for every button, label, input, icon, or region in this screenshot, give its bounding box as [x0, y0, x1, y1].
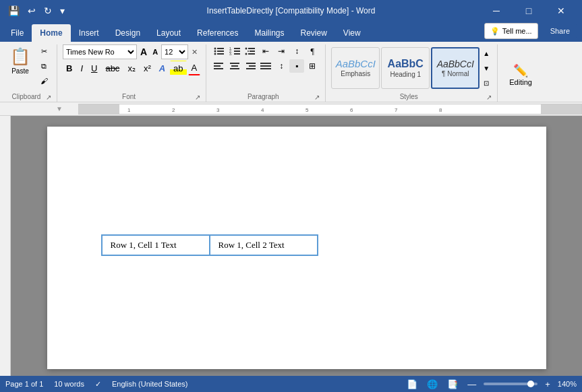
lightbulb-icon: 💡	[490, 27, 500, 36]
font-grow-button[interactable]: A	[138, 44, 149, 59]
editing-button[interactable]: ✏️ Editing	[503, 61, 538, 88]
bullets-button[interactable]	[212, 44, 227, 58]
highlight-button[interactable]: ab	[170, 61, 186, 75]
window-controls: ─ □ ✕	[481, 0, 577, 22]
font-color-button[interactable]: A	[188, 61, 201, 75]
editing-group-label	[503, 100, 538, 102]
tab-design[interactable]: Design	[107, 24, 148, 42]
spelling-check[interactable]: ✓	[95, 380, 101, 389]
subscript-button[interactable]: x₂	[124, 61, 139, 75]
font-family-select[interactable]: Times New Ro	[63, 44, 137, 59]
tab-layout[interactable]: Layout	[148, 24, 189, 42]
quick-access-toolbar: 💾 ↩ ↻ ▾	[5, 4, 67, 18]
style-heading1[interactable]: AaBbC Heading 1	[381, 47, 430, 89]
shading-button[interactable]: ▪	[289, 59, 304, 73]
title-bar: 💾 ↩ ↻ ▾ InsertTableDirectly [Compatibili…	[0, 0, 582, 22]
clipboard-dialog-button[interactable]: ↗	[46, 94, 51, 101]
title-bar-left: 💾 ↩ ↻ ▾	[5, 4, 67, 18]
borders-button[interactable]: ⊞	[305, 59, 320, 73]
font-row-2: B I U abc x₂ x² A ab A	[63, 61, 200, 75]
ribbon-tabs: File Home Insert Design Layout Reference…	[0, 22, 582, 42]
tab-view[interactable]: View	[335, 24, 369, 42]
zoom-slider[interactable]	[484, 383, 537, 385]
tab-references[interactable]: References	[189, 24, 246, 42]
decrease-indent-button[interactable]: ⇤	[258, 44, 273, 58]
language-indicator[interactable]: English (United States)	[112, 380, 188, 388]
font-shrink-button[interactable]: A	[150, 44, 160, 59]
share-button[interactable]: Share	[544, 23, 577, 39]
redo-button[interactable]: ↻	[41, 4, 55, 18]
justify-button[interactable]	[258, 59, 273, 73]
clear-formatting-button[interactable]: ✕	[190, 44, 200, 59]
cut-button[interactable]: ✂	[36, 44, 51, 58]
ruler-container: ▼ 1 2 3 4 5 6 7 8	[0, 102, 582, 116]
outline-view[interactable]: 📑	[445, 379, 460, 389]
copy-button[interactable]: ⧉	[36, 59, 51, 73]
styles-scroll-down[interactable]: ▼	[481, 61, 492, 75]
multilevel-list-button[interactable]	[243, 44, 258, 58]
tab-review[interactable]: Review	[292, 24, 334, 42]
align-center-button[interactable]	[227, 59, 242, 73]
svg-point-0	[214, 48, 216, 50]
svg-rect-11	[234, 53, 240, 55]
paragraph-dialog-button[interactable]: ↗	[314, 94, 320, 101]
italic-button[interactable]: I	[77, 61, 86, 75]
main-area: Row 1, Cell 1 Text Row 1, Cell 2 Text	[0, 116, 582, 376]
svg-rect-3	[217, 51, 224, 52]
format-painter-button[interactable]: 🖌	[36, 74, 51, 88]
tab-mailings[interactable]: Mailings	[246, 24, 292, 42]
web-layout-view[interactable]: 🌐	[425, 379, 440, 389]
tell-me-box[interactable]: 💡 Tell me...	[484, 23, 538, 39]
svg-rect-18	[214, 63, 223, 64]
save-button[interactable]: 💾	[5, 4, 22, 18]
font-size-select[interactable]: 12	[161, 44, 188, 59]
underline-button[interactable]: U	[88, 61, 100, 75]
maximize-button[interactable]: □	[513, 0, 544, 22]
paragraph-group: 1.2.3. ⇤ ⇥ ↕ ¶	[209, 44, 326, 102]
style-emphasis[interactable]: AaBbCcI Emphasis	[331, 47, 380, 89]
clipboard-group: 📋 Paste ✂ ⧉ 🖌 Clipboard ↗	[4, 44, 57, 102]
align-right-button[interactable]	[243, 59, 258, 73]
sort-button[interactable]: ↕	[289, 44, 304, 58]
style-normal[interactable]: AaBbCcI ¶ Normal	[431, 47, 479, 89]
status-bar-right: 📄 🌐 📑 — + 140%	[405, 379, 577, 389]
paste-button[interactable]: 📋 Paste	[7, 44, 34, 76]
zoom-thumb	[527, 381, 534, 387]
customize-quick-access-button[interactable]: ▾	[57, 4, 67, 18]
table-cell-2[interactable]: Row 1, Cell 2 Text	[210, 235, 318, 255]
clipboard-group-label: Clipboard	[7, 93, 46, 102]
zoom-out-button[interactable]: —	[465, 379, 478, 389]
print-layout-view[interactable]: 📄	[405, 379, 419, 389]
close-button[interactable]: ✕	[546, 0, 577, 22]
styles-scroll-up[interactable]: ▲	[481, 46, 492, 60]
styles-dialog-button[interactable]: ↗	[486, 94, 492, 101]
editing-label: Editing	[509, 78, 532, 86]
line-spacing-button[interactable]: ↕	[274, 59, 289, 73]
status-bar: Page 1 of 1 10 words ✓ English (United S…	[0, 376, 582, 392]
document-table[interactable]: Row 1, Cell 1 Text Row 1, Cell 2 Text	[101, 234, 318, 256]
table-cell-1[interactable]: Row 1, Cell 1 Text	[102, 235, 210, 255]
styles-expand[interactable]: ⊡	[481, 76, 492, 90]
strikethrough-button[interactable]: abc	[102, 61, 123, 75]
undo-button[interactable]: ↩	[25, 4, 38, 18]
tab-home[interactable]: Home	[32, 24, 70, 42]
tab-file[interactable]: File	[3, 24, 32, 42]
heading1-label: Heading 1	[390, 71, 421, 78]
document-page[interactable]: Row 1, Cell 1 Text Row 1, Cell 2 Text	[47, 127, 546, 369]
align-left-button[interactable]	[212, 59, 227, 73]
page-info: Page 1 of 1	[5, 380, 43, 388]
show-hide-button[interactable]: ¶	[305, 44, 320, 58]
bold-button[interactable]: B	[63, 61, 76, 75]
numbering-button[interactable]: 1.2.3.	[227, 44, 242, 58]
styles-group-label: Styles	[331, 93, 486, 102]
svg-rect-28	[260, 65, 271, 67]
superscript-button[interactable]: x²	[140, 61, 154, 75]
document-area[interactable]: Row 1, Cell 1 Text Row 1, Cell 2 Text	[11, 116, 582, 376]
tab-insert[interactable]: Insert	[71, 24, 107, 42]
increase-indent-button[interactable]: ⇥	[274, 44, 289, 58]
minimize-button[interactable]: ─	[481, 0, 512, 22]
editing-group: ✏️ Editing	[500, 44, 544, 102]
zoom-in-button[interactable]: +	[543, 379, 552, 389]
font-dialog-button[interactable]: ↗	[195, 94, 200, 101]
text-effects-button[interactable]: A	[156, 61, 169, 75]
